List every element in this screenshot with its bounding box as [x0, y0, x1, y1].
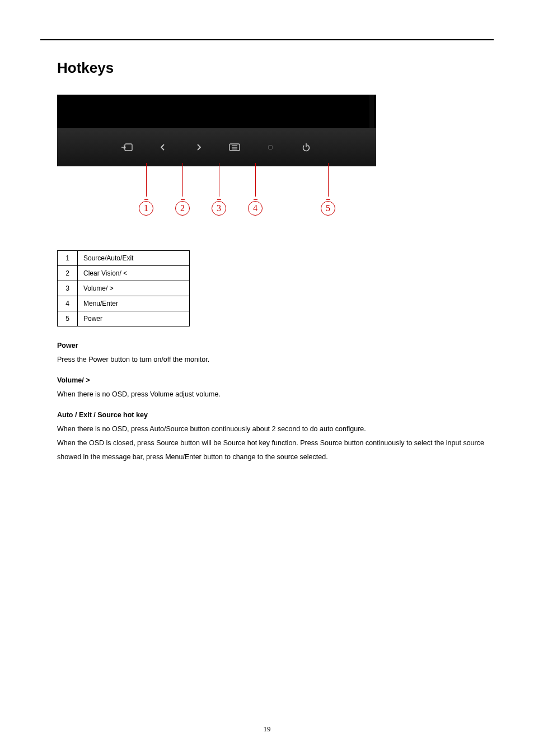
- paragraph-volume: When there is no OSD, press Volume adjus…: [57, 390, 221, 398]
- paragraph-power: Press the Power button to turn on/off th…: [57, 356, 209, 363]
- indicator-dot-icon: [263, 140, 278, 155]
- heading-auto: Auto / Exit / Source hot key: [57, 408, 494, 422]
- left-arrow-icon: [156, 140, 170, 155]
- table-row: 1 Source/Auto/Exit: [58, 251, 190, 266]
- table-row: 5 Power: [58, 311, 190, 326]
- paragraph-auto-2: When the OSD is closed, press Source but…: [57, 439, 484, 461]
- heading-volume: Volume/ >: [57, 374, 494, 388]
- monitor-buttons-figure: 1 2 3 4 5: [57, 95, 376, 234]
- cell-idx: 3: [58, 281, 78, 296]
- callout-number-2: 2: [175, 201, 190, 216]
- source-exit-icon: [120, 140, 134, 155]
- right-arrow-icon: [191, 140, 206, 155]
- body-copy: Power Press the Power button to turn on/…: [57, 339, 494, 464]
- cell-idx: 2: [58, 266, 78, 281]
- cell-desc: Power: [78, 311, 190, 326]
- page-title: Hotkeys: [57, 59, 494, 77]
- cell-desc: Clear Vision/ <: [78, 266, 190, 281]
- heading-power: Power: [57, 339, 494, 353]
- paragraph-auto-1: When there is no OSD, press Auto/Source …: [57, 425, 366, 433]
- callout-area: 1 2 3 4 5: [57, 166, 376, 234]
- callout-lead-4: [255, 163, 256, 197]
- cell-idx: 4: [58, 296, 78, 311]
- callout-number-4: 4: [248, 201, 263, 216]
- cell-idx: 5: [58, 311, 78, 326]
- callout-number-5: 5: [321, 201, 335, 216]
- table-row: 2 Clear Vision/ <: [58, 266, 190, 281]
- bezel-button-row: [57, 128, 376, 166]
- cell-desc: Source/Auto/Exit: [78, 251, 190, 266]
- top-rule: [40, 39, 494, 40]
- table-row: 4 Menu/Enter: [58, 296, 190, 311]
- table-row: 3 Volume/ >: [58, 281, 190, 296]
- callout-lead-5: [328, 163, 329, 197]
- callout-number-1: 1: [139, 201, 153, 216]
- menu-icon: [227, 140, 242, 155]
- cell-desc: Volume/ >: [78, 281, 190, 296]
- cell-idx: 1: [58, 251, 78, 266]
- callout-lead-3: [219, 163, 219, 197]
- callout-number-3: 3: [212, 201, 226, 216]
- callout-lead-1: [146, 163, 147, 197]
- page-number: 19: [0, 725, 534, 734]
- monitor-bezel: [57, 95, 376, 166]
- bezel-side: [369, 95, 374, 128]
- callout-lead-2: [182, 163, 183, 197]
- power-icon: [299, 140, 313, 155]
- bezel-top: [57, 95, 376, 128]
- hotkey-table: 1 Source/Auto/Exit 2 Clear Vision/ < 3 V…: [57, 250, 190, 326]
- cell-desc: Menu/Enter: [78, 296, 190, 311]
